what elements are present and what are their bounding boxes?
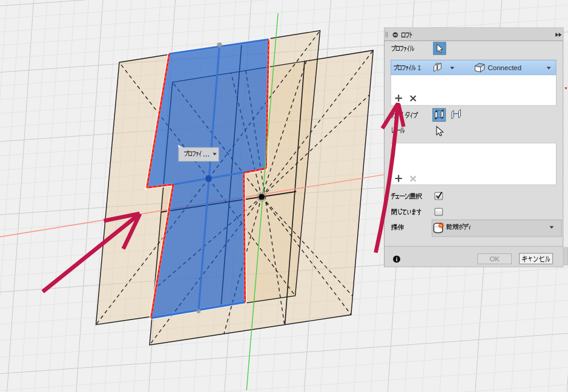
- svg-text:OK: OK: [489, 255, 500, 263]
- svg-text:1: 1: [418, 64, 421, 71]
- svg-text:Connected: Connected: [488, 64, 522, 71]
- svg-text:i: i: [396, 256, 398, 263]
